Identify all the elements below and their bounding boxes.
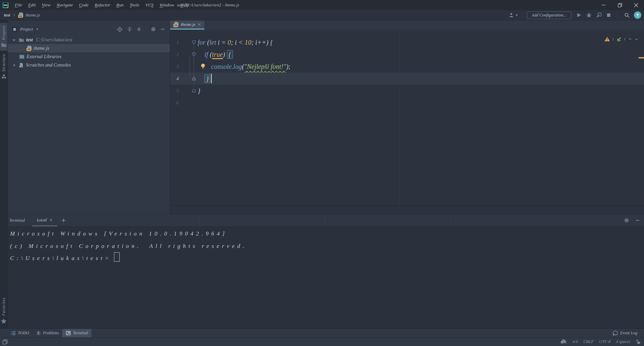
menu-refactor[interactable]: Refactor [92, 2, 114, 8]
fold-expanded-icon[interactable] [192, 52, 196, 57]
code-token: "Nejlepší font!" [244, 63, 286, 70]
toolwindow-switcher-icon[interactable] [2, 339, 8, 345]
caret-down-icon[interactable] [36, 28, 39, 31]
hide-terminal-button[interactable] [635, 218, 640, 223]
menu-file[interactable]: File [12, 2, 25, 8]
code-token: for [198, 39, 207, 46]
tree-item-scratches-and-consoles[interactable]: Scratches and Consoles [8, 61, 170, 69]
cloud-sync-icon[interactable]: ? [560, 339, 567, 344]
menu-tools[interactable]: Tools [127, 2, 143, 8]
terminal-settings-gear-icon[interactable] [624, 218, 629, 223]
unlock-icon[interactable] [636, 339, 641, 345]
prev-problem-icon[interactable] [628, 37, 632, 41]
next-problem-icon[interactable] [634, 37, 639, 41]
stripe-button-project[interactable]: Project [0, 23, 7, 51]
folder-icon [18, 37, 24, 43]
restore-button[interactable] [612, 0, 628, 10]
line-number[interactable]: 3 [170, 60, 179, 73]
editor: JS theme.js 1for (let i = 0; i < 10; i++… [170, 20, 644, 214]
debug-button[interactable] [584, 12, 594, 18]
update-avatar-button[interactable] [634, 11, 641, 19]
terminal-tab-local[interactable]: Local [32, 214, 57, 226]
tree-item-label: test [26, 37, 33, 43]
tab-theme-js[interactable]: JS theme.js [170, 20, 204, 30]
terminal-panel-title[interactable]: Terminal [9, 218, 25, 223]
locate-file-button[interactable] [117, 27, 123, 32]
close-button[interactable] [628, 0, 644, 10]
menu-code[interactable]: Code [76, 2, 92, 8]
menu-window[interactable]: Window [157, 2, 177, 8]
tab-close-icon[interactable] [198, 23, 201, 26]
new-terminal-session-button[interactable] [61, 218, 66, 223]
coverage-icon [596, 12, 602, 18]
line-number[interactable]: 5 [170, 85, 179, 97]
line-number[interactable]: 1 [170, 36, 179, 48]
fold-end-icon[interactable] [192, 76, 196, 81]
code-line-3[interactable]: 3console.log("Nejlepší font!"); [170, 60, 644, 73]
menu-run[interactable]: Run [113, 2, 127, 8]
project-panel-title[interactable]: Project [20, 27, 33, 32]
code-editor-area[interactable]: 1for (let i = 0; i < 10; i++) {2if (true… [170, 30, 644, 206]
line-separator-widget[interactable]: CRLF [583, 339, 594, 344]
stripe-button-favorites[interactable]: Favorites [0, 294, 7, 329]
run-with-coverage-button[interactable] [594, 12, 604, 18]
terminal-tab-close-icon[interactable] [49, 218, 53, 222]
webstorm-logo-icon[interactable]: WS [3, 2, 8, 8]
minimize-button[interactable] [596, 0, 612, 10]
line-number[interactable]: 2 [170, 48, 179, 60]
scrollbar-warning-mark[interactable] [639, 57, 644, 58]
tree-item-label: External Libraries [27, 54, 62, 59]
indent-widget[interactable]: 4 spaces [616, 339, 630, 344]
fold-end-icon[interactable] [192, 88, 196, 93]
line-number[interactable]: 4 [170, 73, 179, 85]
code-line-5[interactable]: 5} [170, 85, 644, 97]
ide-login-button[interactable] [509, 12, 518, 18]
expand-all-button[interactable] [127, 27, 132, 32]
terminal-output[interactable]: Microsoft Windows [Version 10.0.19042.96… [0, 227, 644, 265]
collapse-all-button[interactable] [136, 27, 142, 32]
code-line-2[interactable]: 2if (true) { [170, 48, 644, 60]
scratches-icon [18, 62, 24, 68]
tab-label: theme.js [181, 22, 195, 27]
fold-expanded-icon[interactable] [192, 40, 196, 45]
search-everywhere-button[interactable] [622, 12, 632, 18]
code-line-1[interactable]: 1for (let i = 0; i < 10; i++) { [170, 36, 644, 48]
menu-navigate[interactable]: Navigate [53, 2, 76, 8]
breadcrumb-file[interactable]: theme.js [26, 12, 40, 18]
tree-item-test[interactable]: testC:\Users\lukas\test [8, 36, 170, 44]
code-token: { [227, 50, 233, 59]
terminal-tab-label: Local [37, 217, 47, 223]
hide-panel-button[interactable] [160, 27, 165, 32]
tree-item-external-libraries[interactable]: External Libraries [8, 52, 170, 61]
add-configuration-button[interactable]: Add Configuration... [527, 11, 571, 19]
code-line-6[interactable]: 6 [170, 97, 644, 109]
code-token: ( [210, 51, 212, 58]
encoding-widget[interactable]: UTF-8 [599, 339, 610, 344]
toolwindow-button-problems[interactable]: Problems [33, 329, 62, 337]
menu-edit[interactable]: Edit [25, 2, 39, 8]
tree-item-theme-js[interactable]: JStheme.js [8, 44, 170, 52]
toolwindow-button-todo[interactable]: TODO [7, 329, 33, 337]
line-number[interactable]: 6 [170, 97, 179, 109]
js-file-icon: JS [173, 22, 178, 27]
stripe-button-structure[interactable]: Structure [0, 51, 7, 82]
toolwindow-button-event-log[interactable]: Event Log [609, 329, 641, 337]
intention-lightbulb-icon[interactable] [200, 63, 206, 69]
terminal-icon [66, 331, 71, 336]
code-token: let [209, 39, 216, 46]
caret-position-widget[interactable]: 4:6 [572, 339, 578, 344]
problems-label: Problems [43, 331, 59, 336]
code-token: console.log [211, 63, 242, 70]
code-token: ( [207, 39, 209, 46]
run-button[interactable] [574, 12, 584, 18]
star-icon [1, 318, 7, 324]
menu-vcs[interactable]: VCS [143, 2, 157, 8]
menu-view[interactable]: View [39, 2, 53, 8]
inspections-widget[interactable]: 1 1 [604, 36, 639, 42]
breadcrumb-project[interactable]: test [4, 12, 10, 18]
gear-icon[interactable] [151, 27, 156, 32]
status-bar: ? 4:6 CRLF UTF-8 4 spaces [0, 337, 644, 346]
code-line-4[interactable]: 4} [170, 73, 644, 85]
stop-button[interactable] [604, 13, 613, 17]
toolwindow-button-terminal[interactable]: Terminal [62, 329, 91, 337]
